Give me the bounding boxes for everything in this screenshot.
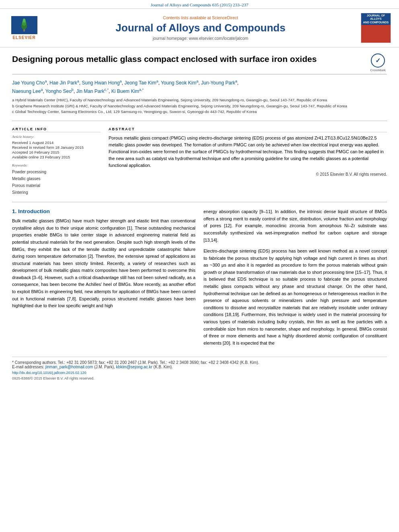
- paper-title: Designing porous metallic glass compact …: [12, 53, 365, 64]
- body-text-section: 1. Introduction Bulk metallic glasses (B…: [12, 208, 387, 351]
- journal-logo-right: JOURNAL OF ALLOYS AND COMPOUNDS: [361, 13, 391, 43]
- body-right-col: energy absorption capacity [9–11]. In ad…: [204, 208, 387, 351]
- doi-note: http://dx.doi.org/10.1016/j.jallcom.2015…: [12, 371, 387, 375]
- article-info-section: Article Info Article history: Received 1…: [12, 127, 101, 196]
- abstract-header: Abstract: [109, 127, 387, 132]
- intro-section-title: 1. Introduction: [12, 208, 195, 214]
- intro-paragraph-1: Bulk metallic glasses (BMGs) have much h…: [12, 218, 195, 310]
- article-info-header: Article Info: [12, 127, 101, 132]
- svg-point-3: [23, 18, 26, 23]
- footer-section: * Corresponding authors. Tel.: +82 31 20…: [12, 357, 387, 380]
- banner-center: Contents lists available at ScienceDirec…: [44, 15, 357, 41]
- crossmark[interactable]: ✓ CrossMark: [369, 53, 387, 72]
- issn-note: 0925-8388/© 2015 Elsevier B.V. All right…: [12, 376, 387, 380]
- email-note: E-mail addresses: jinman_park@hotmail.co…: [12, 365, 387, 369]
- journal-volume-info: Journal of Alloys and Compounds 635 (201…: [0, 0, 399, 8]
- elsevier-logo: ELSEVIER: [8, 16, 40, 40]
- authors-list: Jae Young Choa, Hae Jin Parka, Sung Hwan…: [12, 78, 387, 95]
- paper-title-section: Designing porous metallic glass compact …: [12, 53, 387, 74]
- corresponding-note: * Corresponding authors. Tel.: +82 31 20…: [12, 360, 387, 365]
- intro-paragraph-2: energy absorption capacity [9–11]. In ad…: [204, 208, 387, 244]
- abstract-section: Abstract Porous metallic glass compact (…: [109, 127, 387, 196]
- keywords-section: Keywords: Powder processing Metallic gla…: [12, 163, 101, 196]
- journal-title: Journal of Alloys and Compounds: [44, 22, 357, 34]
- affiliations: a Hybrid Materials Center (HMC), Faculty…: [12, 97, 387, 115]
- intro-paragraph-3: Electro-discharge sintering (EDS) proces…: [204, 248, 387, 347]
- journal-banner: ELSEVIER Contents lists available at Sci…: [0, 8, 399, 47]
- body-left-col: 1. Introduction Bulk metallic glasses (B…: [12, 208, 195, 351]
- copyright: © 2015 Elsevier B.V. All rights reserved…: [109, 172, 387, 177]
- abstract-text: Porous metallic glass compact (PMGC) usi…: [109, 135, 387, 169]
